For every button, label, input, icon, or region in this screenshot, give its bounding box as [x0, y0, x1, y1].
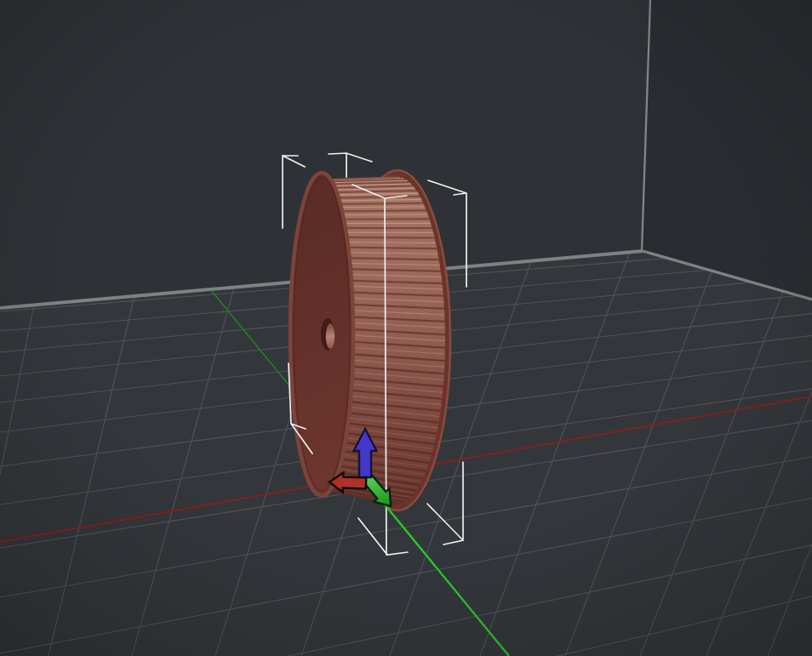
right-wall: [643, 0, 812, 299]
gear-bore-inner-wall: [326, 323, 335, 349]
viewport-3d[interactable]: [0, 0, 812, 656]
scene-canvas[interactable]: [0, 0, 812, 656]
